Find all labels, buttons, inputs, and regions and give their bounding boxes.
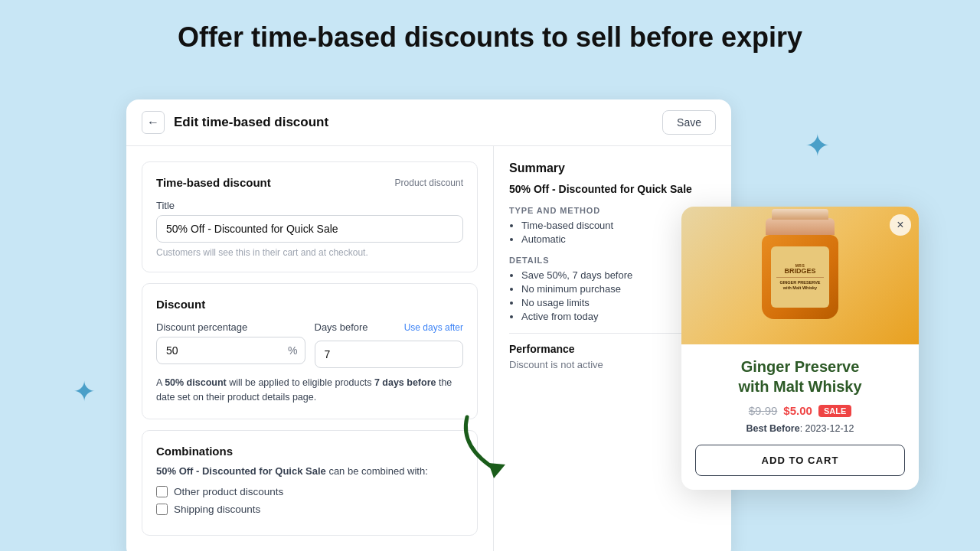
other-product-discounts-label: Other product discounts [174,486,283,497]
top-bar-left: ← Edit time-based discount [142,111,328,134]
days-header: Days before Use days after [315,321,464,333]
use-days-after-link[interactable]: Use days after [404,322,463,333]
combo-description: 50% Off - Discounted for Quick Sale can … [156,465,463,477]
product-name: Ginger Preservewith Malt Whisky [695,357,905,396]
combinations-card: Combinations 50% Off - Discounted for Qu… [142,430,478,536]
popup-content: Ginger Preservewith Malt Whisky $9.99 $5… [681,344,919,490]
card-title: Time-based discount [156,176,271,189]
percentage-suffix: % [288,344,297,357]
svg-marker-0 [488,463,505,478]
jar-illustration: MRS BRIDGES GINGER PRESERVEwith Malt Whi… [754,218,846,333]
left-panel: Time-based discount Product discount Tit… [126,146,494,551]
popup-image-area: MRS BRIDGES GINGER PRESERVEwith Malt Whi… [681,207,919,344]
sale-badge: SALE [818,405,851,417]
price-row: $9.99 $5.00 SALE [695,404,905,417]
best-before-value: 2023-12-12 [805,423,854,434]
other-product-discounts-checkbox[interactable] [156,486,168,497]
popup-close-button[interactable]: × [890,214,911,236]
add-to-cart-button[interactable]: ADD TO CART [695,445,905,476]
combinations-title: Combinations [156,445,463,458]
window-title: Edit time-based discount [174,115,328,130]
arrow-decoration [452,409,528,478]
sale-price: $5.00 [783,404,812,417]
time-based-card: Time-based discount Product discount Tit… [142,161,478,272]
product-popup: × MRS BRIDGES GINGER PRESERVEwith Malt W… [681,207,919,490]
save-button[interactable]: Save [662,110,716,135]
back-button[interactable]: ← [142,111,165,134]
summary-title: Summary [509,161,716,175]
jar-label: MRS BRIDGES GINGER PRESERVEwith Malt Whi… [771,246,829,308]
best-before-label: Best Before [746,423,799,434]
discount-row: Discount percentage % Days before Use da… [156,321,463,368]
discount-description: A 50% discount will be applied to eligib… [156,376,463,405]
days-input[interactable] [315,341,464,368]
days-label: Days before [315,321,368,333]
shipping-discounts-label: Shipping discounts [174,504,260,515]
best-before: Best Before: 2023-12-12 [695,423,905,434]
top-bar: ← Edit time-based discount Save [126,99,731,146]
title-hint: Customers will see this in their cart an… [156,247,463,258]
star-decoration-1: ✦ [805,130,831,161]
other-product-discounts-row: Other product discounts [156,486,463,497]
percentage-input-wrap: % [156,337,305,364]
jar-lid [766,218,835,235]
percentage-group: Discount percentage % [156,321,305,368]
jar-body: MRS BRIDGES GINGER PRESERVEwith Malt Whi… [762,235,838,319]
discount-bold-1: 50% discount [165,377,227,388]
back-icon: ← [147,116,159,129]
card-header: Time-based discount Product discount [156,176,463,189]
title-field-label: Title [156,200,463,211]
shipping-discounts-row: Shipping discounts [156,504,463,515]
discount-bold-2: 7 days before [374,377,436,388]
main-window: ← Edit time-based discount Save Time-bas… [126,99,731,551]
percentage-label: Discount percentage [156,321,305,333]
star-decoration-2: ✦ [73,378,96,406]
title-input[interactable] [156,215,463,243]
content-area: Time-based discount Product discount Tit… [126,146,731,551]
original-price: $9.99 [749,404,778,417]
page-heading: Offer time-based discounts to sell befor… [0,0,980,54]
discount-card: Discount Discount percentage % Days befo… [142,283,478,419]
summary-name: 50% Off - Discounted for Quick Sale [509,183,716,195]
shipping-discounts-checkbox[interactable] [156,504,168,515]
combo-name: 50% Off - Discounted for Quick Sale [156,465,326,477]
days-group: Days before Use days after [315,321,464,368]
percentage-input[interactable] [156,337,305,364]
discount-card-title: Discount [156,298,463,311]
card-badge: Product discount [395,178,463,188]
